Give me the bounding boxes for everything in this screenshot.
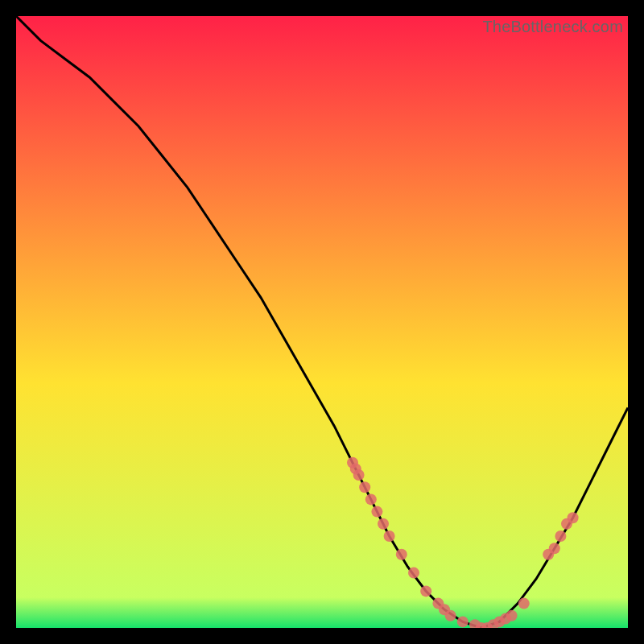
- chart-svg: [16, 16, 628, 628]
- data-marker: [518, 598, 530, 609]
- data-marker: [359, 481, 370, 493]
- watermark-text: TheBottleneck.com: [482, 18, 623, 36]
- data-marker: [371, 506, 382, 518]
- gradient-background: [16, 16, 628, 628]
- data-marker: [568, 512, 579, 523]
- chart-plot-area: [16, 16, 628, 628]
- data-marker: [378, 518, 389, 530]
- data-marker: [396, 549, 407, 560]
- data-marker: [506, 610, 518, 621]
- data-marker: [384, 530, 395, 542]
- data-marker: [420, 585, 431, 597]
- data-marker: [445, 610, 456, 621]
- data-marker: [549, 543, 560, 554]
- data-marker: [353, 469, 365, 481]
- chart-frame: TheBottleneck.com: [16, 16, 628, 628]
- data-marker: [457, 616, 469, 627]
- data-marker: [408, 568, 419, 579]
- data-marker: [555, 530, 566, 542]
- data-marker: [365, 493, 377, 505]
